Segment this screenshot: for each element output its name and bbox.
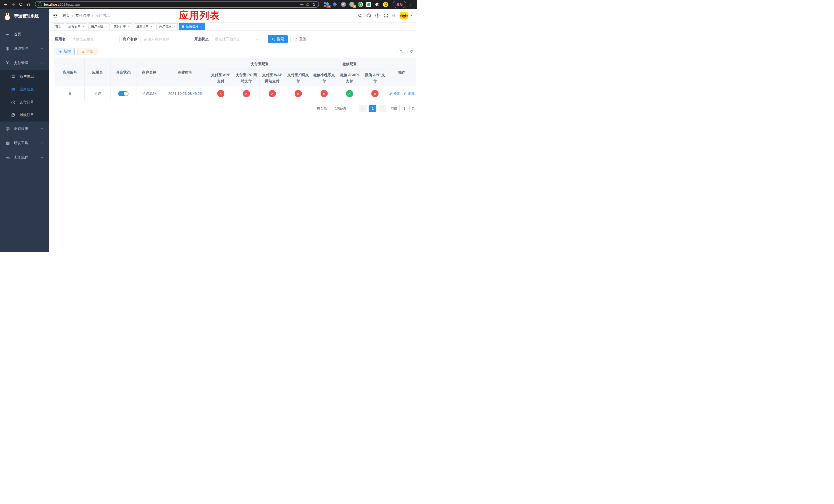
extension-y-icon[interactable]: y [357,2,363,7]
breadcrumb-home[interactable]: 首页 [63,13,70,18]
avatar[interactable] [400,12,408,20]
extension-kite-icon[interactable] [332,2,337,7]
extensions-row: 10 ⌘ 1 y [324,2,388,7]
sidebar-logo-row[interactable]: 芋道管理系统 [0,9,49,24]
avatar-caret-icon[interactable] [410,14,413,17]
merchant-name-input[interactable] [140,35,191,43]
fullscreen-icon[interactable] [384,13,388,18]
password-key-icon[interactable] [300,2,304,6]
add-button[interactable]: 新增 [55,48,74,55]
sidebar-item-home[interactable]: 首页 [0,27,49,42]
tab-merchant-info[interactable]: 商户信息× [156,23,178,30]
edit-link[interactable]: 修改 [389,91,400,96]
extension-chat-icon[interactable] [366,2,371,7]
payment-submenu: 商户信息 应用信息 支付订单 [0,70,49,121]
tab-user-group[interactable]: 用户分组× [88,23,110,30]
chevron-right-icon [381,107,384,110]
close-icon[interactable]: × [128,25,130,28]
screen: i localhost:1024/pay/app 10 ⌘ [0,0,417,252]
sidebar-item-app-info[interactable]: 应用信息 [0,83,49,96]
tab-pay-order[interactable]: 支付订单× [111,23,132,30]
active-dot-icon [182,25,184,28]
col-group-wechat: 微信配置 [311,58,388,69]
table-toolbar: 新增 导出 [55,48,415,55]
close-icon[interactable]: × [200,25,202,28]
search-icon[interactable] [358,13,363,18]
status-cross-icon: × [217,90,224,97]
app-logo [3,12,12,21]
tab-process-form[interactable]: 流程表单× [66,23,87,30]
toggle-search-button[interactable] [397,48,405,55]
url-bar[interactable]: i localhost:1024/pay/app [35,1,319,8]
chevron-down-icon [256,38,259,41]
sidebar-item-devtools[interactable]: 研发工具 [0,136,49,150]
browser-home-button[interactable] [25,1,32,8]
sidebar-item-infrastructure[interactable]: 基础设施 [0,121,49,136]
toolbox-icon [5,141,10,145]
chrome-update-button[interactable]: 更新 [393,1,406,8]
filter-form: 应用名 商户名称 开启状态 请选择开启状态 搜索 重置 [55,35,415,43]
close-icon[interactable]: × [173,25,175,28]
prev-page-button[interactable] [359,105,367,112]
tab-refund-order[interactable]: 退款订单× [134,23,155,30]
sidebar-menu: 首页 系统管理 ¥ 支付管理 [0,27,49,165]
tab-app-info[interactable]: 应用信息× [179,23,205,30]
reset-button[interactable]: 重置 [290,35,310,43]
next-page-button[interactable] [379,105,387,112]
app-title: 芋道管理系统 [14,14,39,19]
chrome-menu-icon[interactable] [409,2,413,6]
col-wx-lite: 微信小程序支付 [311,69,337,86]
col-alipay-app: 支付宝 APP 支付 [208,69,233,86]
sidebar-item-workflow[interactable]: 工作流程 [0,150,49,165]
page-number-1[interactable]: 1 [369,105,376,112]
help-icon[interactable] [375,13,380,18]
sidebar-item-refund-order[interactable]: 退款订单 [0,109,49,121]
extensions-puzzle-icon[interactable] [374,2,380,7]
col-ops: 操作 [388,58,416,86]
search-icon [271,38,275,41]
close-icon[interactable]: × [151,25,153,28]
browser-back-button[interactable] [2,1,9,8]
col-app-id: 应用编号 [56,58,85,86]
goto-page-input[interactable] [399,105,410,112]
status-select[interactable]: 请选择开启状态 [212,35,261,43]
export-button[interactable]: 导出 [78,48,97,55]
breadcrumb-payment[interactable]: 支付管理 [75,13,90,18]
delete-link[interactable]: 删除 [404,91,415,96]
search-icon [399,50,403,53]
sidebar-item-merchant-info[interactable]: 商户信息 [0,70,49,83]
bookmark-star-icon[interactable] [312,2,316,6]
page-size-select[interactable]: 10条/页 [331,105,356,112]
cell-app-id: 6 [56,86,85,101]
navbar-tools: TT [358,12,413,20]
tab-home[interactable]: 首页 [53,23,64,30]
search-button[interactable]: 搜索 [268,35,288,43]
refresh-table-button[interactable] [408,48,415,55]
cell-merchant: 芋道源码 [136,86,162,101]
share-icon[interactable] [306,2,310,6]
app-name-input[interactable] [69,35,119,43]
extension-emoji-icon[interactable] [383,2,388,7]
site-info-icon[interactable]: i [38,2,42,6]
github-icon[interactable] [366,13,371,18]
sidebar-collapse-icon[interactable] [53,13,58,18]
page-content: 应用名 商户名称 开启状态 请选择开启状态 搜索 重置 [49,31,417,252]
extension-command-icon[interactable]: ⌘ [341,2,346,7]
refresh-icon [410,50,413,53]
browser-reload-button[interactable] [18,1,24,8]
close-icon[interactable]: × [82,25,84,28]
cell-app-name: 芋道 [85,86,111,101]
extension-dimo-icon[interactable]: 10 [324,2,329,7]
font-size-icon[interactable]: TT [392,13,396,18]
extension-recorder-icon[interactable]: 1 [349,2,354,7]
sidebar-item-payment[interactable]: ¥ 支付管理 [0,56,49,70]
sidebar-item-pay-order[interactable]: 支付订单 [0,96,49,109]
app-name-label: 应用名 [55,37,66,42]
tags-bar: 首页 流程表单× 用户分组× 支付订单× 退款订单× 商户信息× 应用信息× [49,22,417,31]
enable-toggle[interactable] [118,91,129,96]
status-cross-icon: × [243,90,250,97]
sidebar: 芋道管理系统 首页 系统管理 [0,9,49,252]
close-icon[interactable]: × [105,25,107,28]
sidebar-item-system[interactable]: 系统管理 [0,42,49,56]
browser-forward-button[interactable] [10,1,16,8]
